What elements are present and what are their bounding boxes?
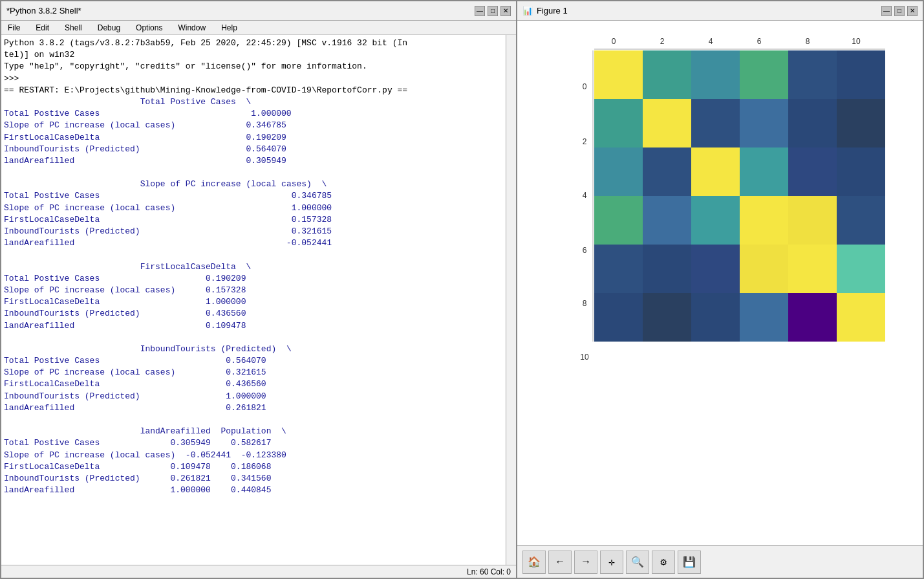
svg-rect-13 <box>643 50 691 99</box>
svg-rect-47 <box>837 293 885 342</box>
svg-rect-18 <box>594 99 643 147</box>
figure-close-button[interactable]: ✕ <box>907 6 918 16</box>
figure-window-controls: — □ ✕ <box>881 6 918 16</box>
svg-rect-19 <box>643 99 691 147</box>
shell-window-controls: — □ ✕ <box>475 6 511 16</box>
svg-text:4: 4 <box>708 37 713 46</box>
home-button[interactable]: 🏠 <box>522 551 546 574</box>
svg-text:2: 2 <box>582 137 586 146</box>
svg-rect-15 <box>740 50 788 99</box>
correlation-heatmap: 0 2 4 6 8 10 0 2 4 6 8 10 <box>549 31 892 536</box>
svg-rect-34 <box>788 196 837 245</box>
svg-rect-37 <box>643 245 691 293</box>
figure-minimize-button[interactable]: — <box>881 6 892 16</box>
svg-text:0: 0 <box>611 37 616 46</box>
svg-rect-36 <box>594 245 643 293</box>
svg-rect-42 <box>594 293 643 342</box>
pan-button[interactable]: ✛ <box>600 551 623 574</box>
svg-text:10: 10 <box>580 353 589 362</box>
menu-item-help[interactable]: Help <box>217 22 241 34</box>
svg-text:10: 10 <box>852 37 861 46</box>
shell-maximize-button[interactable]: □ <box>488 6 498 16</box>
save-button[interactable]: 💾 <box>678 551 701 574</box>
menu-item-edit[interactable]: Edit <box>32 22 53 34</box>
svg-rect-38 <box>691 245 740 293</box>
svg-rect-22 <box>788 99 837 147</box>
zoom-button[interactable]: 🔍 <box>626 551 649 574</box>
svg-rect-39 <box>740 245 788 293</box>
shell-close-button[interactable]: ✕ <box>500 6 511 16</box>
shell-status-text: Ln: 60 Col: 0 <box>467 567 511 576</box>
svg-rect-35 <box>837 196 885 245</box>
figure-titlebar: 📊 Figure 1 — □ ✕ <box>517 1 923 21</box>
svg-text:2: 2 <box>660 37 664 46</box>
svg-rect-33 <box>740 196 788 245</box>
svg-rect-29 <box>837 147 885 196</box>
svg-rect-31 <box>643 196 691 245</box>
figure-title: 📊 Figure 1 <box>522 6 568 16</box>
menu-item-shell[interactable]: Shell <box>61 22 86 34</box>
svg-rect-41 <box>837 245 885 293</box>
shell-window: *Python 3.8.2 Shell* — □ ✕ FileEditShell… <box>0 0 517 579</box>
svg-text:8: 8 <box>805 37 810 46</box>
figure-title-text: Figure 1 <box>537 6 568 16</box>
shell-title: *Python 3.8.2 Shell* <box>6 6 81 16</box>
forward-button[interactable]: → <box>574 551 597 574</box>
shell-scrollbar[interactable] <box>506 35 516 565</box>
shell-titlebar: *Python 3.8.2 Shell* — □ ✕ <box>1 1 516 21</box>
svg-rect-12 <box>594 50 643 99</box>
svg-rect-32 <box>691 196 740 245</box>
shell-content[interactable]: Python 3.8.2 (tags/v3.8.2:7b3ab59, Feb 2… <box>1 35 506 565</box>
svg-rect-30 <box>594 196 643 245</box>
figure-canvas: 0 2 4 6 8 10 0 2 4 6 8 10 <box>517 21 923 545</box>
figure-toolbar: 🏠 ← → ✛ 🔍 ⚙ 💾 <box>517 545 923 578</box>
svg-rect-27 <box>740 147 788 196</box>
settings-button[interactable]: ⚙ <box>652 551 675 574</box>
svg-text:8: 8 <box>582 299 586 308</box>
svg-rect-43 <box>643 293 691 342</box>
back-button[interactable]: ← <box>548 551 572 574</box>
shell-minimize-button[interactable]: — <box>475 6 485 16</box>
svg-rect-21 <box>740 99 788 147</box>
svg-text:6: 6 <box>582 246 586 255</box>
menu-item-file[interactable]: File <box>4 22 24 34</box>
svg-text:6: 6 <box>757 37 761 46</box>
svg-rect-17 <box>837 50 885 99</box>
figure-window: 📊 Figure 1 — □ ✕ 0 2 4 6 8 10 0 2 4 6 8 … <box>517 0 924 579</box>
shell-menubar: FileEditShellDebugOptionsWindowHelp <box>1 21 516 35</box>
figure-icon: 📊 <box>522 6 533 16</box>
shell-statusbar: Ln: 60 Col: 0 <box>1 565 516 578</box>
shell-body: Python 3.8.2 (tags/v3.8.2:7b3ab59, Feb 2… <box>1 35 516 565</box>
svg-text:0: 0 <box>582 82 586 91</box>
svg-text:4: 4 <box>582 191 586 200</box>
svg-rect-45 <box>740 293 788 342</box>
svg-rect-40 <box>788 245 837 293</box>
svg-rect-24 <box>594 147 643 196</box>
svg-rect-14 <box>691 50 740 99</box>
svg-rect-26 <box>691 147 740 196</box>
svg-rect-23 <box>837 99 885 147</box>
svg-rect-44 <box>691 293 740 342</box>
figure-maximize-button[interactable]: □ <box>894 6 905 16</box>
menu-item-window[interactable]: Window <box>174 22 210 34</box>
shell-output: Python 3.8.2 (tags/v3.8.2:7b3ab59, Feb 2… <box>4 38 503 496</box>
svg-rect-46 <box>788 293 837 342</box>
svg-rect-20 <box>691 99 740 147</box>
svg-rect-28 <box>788 147 837 196</box>
menu-item-debug[interactable]: Debug <box>94 22 124 34</box>
svg-rect-25 <box>643 147 691 196</box>
svg-rect-16 <box>788 50 837 99</box>
menu-item-options[interactable]: Options <box>132 22 166 34</box>
